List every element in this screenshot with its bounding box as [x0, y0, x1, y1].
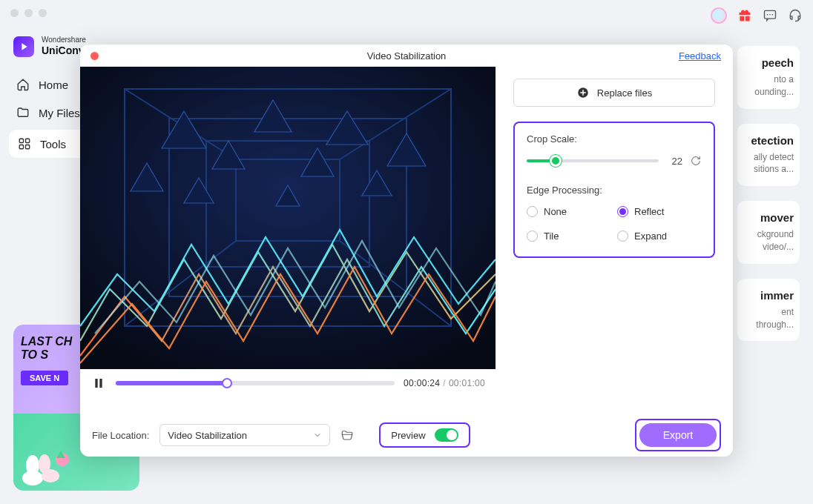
preview-label: Preview — [391, 430, 425, 441]
current-time: 00:00:24 — [404, 378, 440, 388]
svg-point-3 — [772, 14, 774, 16]
sidebar-item-label: My Files — [39, 107, 80, 119]
preview-toggle[interactable] — [435, 428, 458, 442]
seek-bar[interactable] — [116, 381, 395, 385]
tool-card-desc: ent through... — [737, 306, 794, 331]
file-location-label: File Location: — [92, 430, 149, 441]
svg-rect-5 — [26, 139, 30, 142]
avatar-icon[interactable] — [711, 7, 727, 24]
promo-save-button[interactable]: SAVE N — [21, 371, 68, 385]
gift-icon[interactable] — [737, 8, 752, 23]
video-stabilization-modal: Video Stabilization Feedback — [80, 44, 733, 457]
logo-badge-icon — [13, 36, 34, 57]
video-column: 00:00:24/00:01:00 — [80, 67, 496, 414]
radio-label: Tile — [544, 231, 559, 242]
reset-icon[interactable] — [690, 155, 702, 167]
modal-close-button[interactable] — [90, 52, 99, 60]
feedback-link[interactable]: Feedback — [679, 50, 721, 62]
svg-rect-13 — [80, 67, 496, 369]
brand-small: Wondershare — [42, 36, 108, 44]
modal-title: Video Stabilization — [367, 50, 447, 62]
modal-titlebar: Video Stabilization Feedback — [80, 44, 733, 67]
tool-card[interactable]: etection ally detect sitions a... — [737, 124, 800, 187]
radio-label: Reflect — [634, 206, 664, 217]
topbar-actions — [711, 7, 803, 24]
sidebar-item-label: Tools — [40, 138, 66, 150]
file-location-select[interactable]: Video Stabilization — [159, 424, 330, 446]
edge-option-tile[interactable]: Tile — [527, 231, 611, 242]
video-preview[interactable] — [80, 67, 496, 369]
tool-card-desc: nto a ounding... — [737, 73, 794, 99]
radio-label: None — [544, 206, 567, 217]
folder-icon — [16, 106, 30, 119]
svg-rect-6 — [19, 145, 23, 149]
edge-option-expand[interactable]: Expand — [617, 231, 702, 242]
radio-icon — [527, 231, 538, 242]
folder-open-icon — [340, 428, 354, 442]
time-display: 00:00:24/00:01:00 — [404, 378, 485, 388]
replace-files-label: Replace files — [597, 87, 652, 99]
export-button[interactable]: Export — [639, 423, 717, 447]
plus-circle-icon — [576, 86, 590, 99]
tool-card-desc: ckground video/... — [737, 228, 794, 253]
preview-toggle-box: Preview — [379, 422, 470, 448]
svg-rect-33 — [99, 379, 102, 388]
edge-processing-label: Edge Processing: — [527, 185, 702, 196]
svg-point-1 — [767, 14, 768, 16]
radio-icon — [527, 206, 538, 217]
svg-rect-7 — [26, 145, 30, 149]
export-highlight: Export — [635, 419, 721, 451]
promo-art-icon — [18, 445, 77, 489]
video-frame-art — [80, 67, 496, 369]
tool-card[interactable]: immer ent through... — [737, 279, 800, 342]
tool-card-title: etection — [737, 134, 794, 147]
radio-icon — [617, 231, 628, 242]
home-icon — [16, 78, 30, 91]
tools-card-column: peech nto a ounding... etection ally det… — [737, 46, 800, 341]
svg-point-2 — [769, 14, 771, 16]
total-time: 00:01:00 — [449, 378, 485, 388]
modal-footer: File Location: Video Stabilization Previ… — [80, 414, 733, 457]
tool-card-title: immer — [737, 289, 794, 302]
file-location-value: Video Stabilization — [168, 430, 247, 441]
radio-label: Expand — [634, 231, 667, 242]
headset-support-icon[interactable] — [788, 8, 803, 23]
crop-scale-label: Crop Scale: — [527, 133, 702, 145]
feedback-chat-icon[interactable] — [763, 8, 777, 23]
radio-icon — [617, 206, 628, 217]
settings-panel: Replace files Crop Scale: 22 Edge Proces… — [496, 67, 733, 414]
svg-rect-32 — [95, 379, 97, 388]
svg-point-11 — [39, 454, 50, 474]
replace-files-button[interactable]: Replace files — [513, 79, 715, 107]
tool-card-title: peech — [737, 56, 794, 69]
open-folder-button[interactable] — [340, 428, 354, 442]
tools-icon — [18, 137, 31, 150]
crop-scale-value: 22 — [666, 156, 682, 167]
sidebar-item-label: Home — [39, 79, 68, 91]
stabilization-settings: Crop Scale: 22 Edge Processing: None — [513, 122, 715, 258]
edge-option-none[interactable]: None — [527, 206, 611, 217]
svg-point-10 — [26, 455, 39, 476]
chevron-down-icon — [313, 431, 322, 440]
tool-card[interactable]: peech nto a ounding... — [737, 46, 800, 109]
svg-rect-4 — [19, 139, 23, 142]
tool-card[interactable]: mover ckground video/... — [737, 201, 800, 264]
tool-card-title: mover — [737, 211, 794, 224]
crop-scale-slider[interactable] — [527, 159, 659, 162]
pause-button[interactable] — [90, 375, 107, 391]
video-controls: 00:00:24/00:01:00 — [80, 369, 496, 394]
edge-option-reflect[interactable]: Reflect — [617, 206, 702, 217]
tool-card-desc: ally detect sitions a... — [737, 151, 794, 176]
